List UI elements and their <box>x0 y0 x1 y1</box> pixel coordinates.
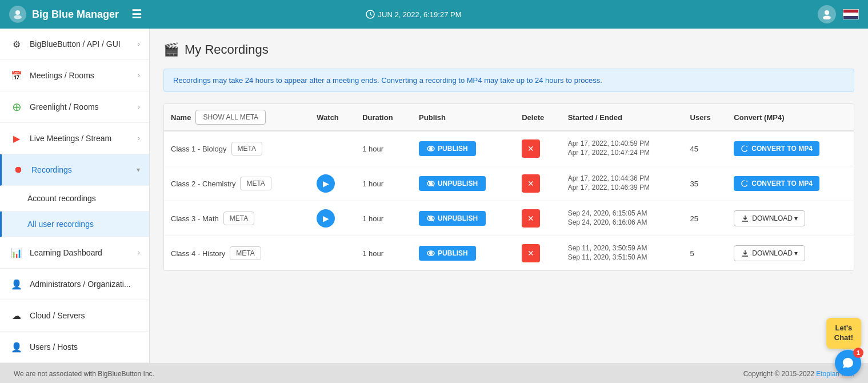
col-started-ended: Started / Ended <box>561 104 683 131</box>
svg-point-6 <box>823 16 831 20</box>
cell-publish-1: UNPUBLISH <box>412 166 515 201</box>
cell-publish-3: PUBLISH <box>412 236 515 271</box>
cell-publish-0: PUBLISH <box>412 131 515 166</box>
refresh-icon <box>741 145 749 153</box>
started-text: Apr 17, 2022, 10:40:59 PM <box>568 139 677 147</box>
started-text: Sep 11, 2020, 3:50:59 AM <box>568 244 677 252</box>
cell-watch-0 <box>310 131 355 166</box>
col-duration: Duration <box>355 104 412 131</box>
sidebar-item-recordings[interactable]: ⏺ Recordings ▾ <box>0 154 149 186</box>
table-row: Class 1 - Biology META 1 hour PUBLISH ✕A… <box>164 131 854 166</box>
footer-left: We are not associated with BigBlueButton… <box>14 370 154 378</box>
cell-dates-1: Apr 17, 2022, 10:44:36 PMApr 17, 2022, 1… <box>561 166 683 201</box>
user-avatar[interactable] <box>818 5 836 23</box>
table-row: Class 2 - Chemistry META ▶1 hour UNPUBLI… <box>164 166 854 201</box>
sidebar-item-cloud-servers[interactable]: ☁ Cloud / Servers <box>0 300 149 332</box>
table-row: Class 3 - Math META ▶1 hour UNPUBLISH ✕S… <box>164 201 854 236</box>
delete-button-1[interactable]: ✕ <box>522 174 540 193</box>
eye-slash-icon <box>427 214 435 222</box>
arrow-icon-2: › <box>138 103 140 111</box>
record-icon: ⏺ <box>11 162 26 177</box>
download-icon <box>741 249 749 257</box>
meta-button-2[interactable]: META <box>223 212 254 225</box>
meta-button-1[interactable]: META <box>240 177 271 190</box>
delete-button-2[interactable]: ✕ <box>522 209 540 228</box>
col-publish: Publish <box>412 104 515 131</box>
unpublish-button-2[interactable]: UNPUBLISH <box>419 211 486 226</box>
table-body: Class 1 - Biology META 1 hour PUBLISH ✕A… <box>164 131 854 270</box>
cell-convert-2: DOWNLOAD ▾ <box>727 201 854 236</box>
meta-button-3[interactable]: META <box>230 246 261 260</box>
arrow-icon-4: ▾ <box>137 166 140 174</box>
started-text: Apr 17, 2022, 10:44:36 PM <box>568 174 677 182</box>
row-name-text: Class 2 - Chemistry <box>171 179 235 188</box>
avatar-icon <box>822 9 832 19</box>
ended-text: Sep 11, 2020, 3:51:50 AM <box>568 253 677 261</box>
unpublish-button-1[interactable]: UNPUBLISH <box>419 176 486 191</box>
svg-line-4 <box>370 14 372 15</box>
brand-name: Big Blue Manager <box>32 9 119 21</box>
cell-watch-1: ▶ <box>310 166 355 201</box>
cloud-icon: ☁ <box>9 308 24 323</box>
cell-convert-1: CONVERT TO MP4 <box>727 166 854 201</box>
sidebar-item-bigbluebutton[interactable]: ⚙ BigBlueButton / API / GUI › <box>0 29 149 60</box>
chat-icon <box>842 357 854 369</box>
cell-delete-1: ✕ <box>515 166 561 201</box>
sidebar-item-learning-dashboard[interactable]: 📊 Learning Dashboard › <box>0 237 149 269</box>
admin-icon: 👤 <box>9 277 24 292</box>
cell-delete-2: ✕ <box>515 201 561 236</box>
ended-text: Apr 17, 2022, 10:46:39 PM <box>568 183 677 192</box>
navbar-right <box>818 5 859 23</box>
eye-icon <box>427 145 435 153</box>
sidebar-item-users-hosts[interactable]: 👤 Users / Hosts <box>0 332 149 363</box>
clock-icon <box>366 10 375 19</box>
ended-text: Sep 24, 2020, 6:16:06 AM <box>568 218 677 226</box>
sidebar-item-all-user-recordings[interactable]: All user recordings <box>0 212 149 237</box>
cell-name-2: Class 3 - Math META <box>164 201 310 236</box>
sidebar-item-administrators[interactable]: 👤 Administrators / Organizati... <box>0 269 149 300</box>
table-header: Name SHOW ALL META Watch Duration Publis… <box>164 104 854 131</box>
row-name-text: Class 3 - Math <box>171 214 219 223</box>
brand-icon <box>9 6 26 23</box>
sidebar-item-live-meetings[interactable]: ▶ Live Meetings / Stream › <box>0 123 149 154</box>
cell-users-1: 35 <box>683 166 727 201</box>
recordings-table: Name SHOW ALL META Watch Duration Publis… <box>163 103 854 271</box>
svg-point-16 <box>429 252 433 255</box>
datetime-text: JUN 2, 2022, 6:19:27 PM <box>378 10 462 19</box>
convert-button-0[interactable]: CONVERT TO MP4 <box>734 141 819 156</box>
chat-bubble[interactable]: 1 <box>835 350 861 376</box>
show-all-meta-button[interactable]: SHOW ALL META <box>195 110 266 125</box>
sidebar-item-greenlight[interactable]: ⊕ Greenlight / Rooms › <box>0 91 149 123</box>
download-button-2[interactable]: DOWNLOAD ▾ <box>734 210 805 226</box>
flag-icon[interactable] <box>843 9 859 19</box>
svg-point-5 <box>825 10 829 15</box>
col-watch: Watch <box>310 104 355 131</box>
play-button-1[interactable]: ▶ <box>317 174 335 193</box>
cell-dates-0: Apr 17, 2022, 10:40:59 PMApr 17, 2022, 1… <box>561 131 683 166</box>
download-button-3[interactable]: DOWNLOAD ▾ <box>734 245 805 261</box>
ended-text: Apr 17, 2022, 10:47:24 PM <box>568 149 677 157</box>
row-name-text: Class 4 - History <box>171 249 225 258</box>
svg-point-0 <box>15 10 20 15</box>
arrow-icon-1: › <box>138 71 140 79</box>
cell-name-1: Class 2 - Chemistry META <box>164 166 310 201</box>
convert-button-1[interactable]: CONVERT TO MP4 <box>734 176 819 191</box>
chat-widget[interactable]: Let's Chat! <box>826 318 861 349</box>
meta-button-0[interactable]: META <box>231 142 262 155</box>
delete-button-3[interactable]: ✕ <box>522 244 540 262</box>
dashboard-icon: 📊 <box>9 245 24 260</box>
cell-dates-2: Sep 24, 2020, 6:15:05 AMSep 24, 2020, 6:… <box>561 201 683 236</box>
eye-icon <box>427 249 435 257</box>
cell-publish-2: UNPUBLISH <box>412 201 515 236</box>
play-button-2[interactable]: ▶ <box>317 209 335 228</box>
layout: ⚙ BigBlueButton / API / GUI › 📅 Meetings… <box>0 29 868 363</box>
sidebar-item-meetings[interactable]: 📅 Meetings / Rooms › <box>0 60 149 91</box>
navbar: Big Blue Manager ☰ JUN 2, 2022, 6:19:27 … <box>0 0 868 29</box>
publish-button-0[interactable]: PUBLISH <box>419 141 476 156</box>
sidebar-item-account-recordings[interactable]: Account recordings <box>0 186 149 212</box>
cell-delete-0: ✕ <box>515 131 561 166</box>
delete-button-0[interactable]: ✕ <box>522 139 540 158</box>
publish-button-3[interactable]: PUBLISH <box>419 246 476 261</box>
cell-convert-3: DOWNLOAD ▾ <box>727 236 854 271</box>
menu-icon[interactable]: ☰ <box>131 7 142 21</box>
